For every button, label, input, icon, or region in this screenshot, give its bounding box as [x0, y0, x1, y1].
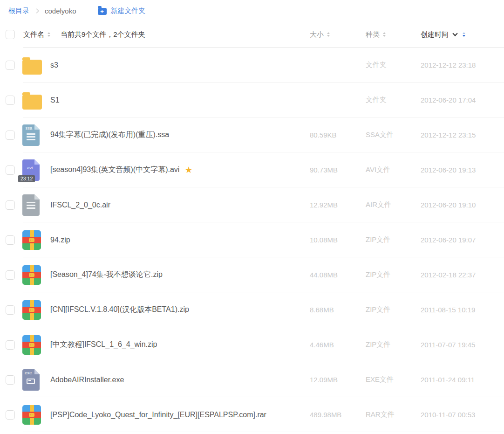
file-row[interactable]: s3 文件夹 2012-12-12 23:18 [0, 48, 504, 83]
file-name[interactable]: [CN][IFSCL.V.1.8.40](汉化版本BETA1).zip [50, 305, 189, 315]
column-header-name[interactable]: 文件名 [23, 30, 44, 39]
file-created: 2012-12-12 23:15 [421, 131, 504, 139]
file-size: 12.92MB [310, 201, 366, 209]
archive-buckle-glyph [29, 238, 34, 242]
file-row[interactable]: [PSP]Code_Lyoko_Quest_for_Infinity_[EUR]… [0, 397, 504, 432]
star-icon[interactable] [184, 165, 192, 174]
row-checkbox[interactable] [6, 270, 15, 280]
file-type: ZIP文件 [366, 270, 421, 279]
archive-strap-glyph [30, 230, 34, 237]
file-created: 2012-02-18 22:37 [421, 271, 504, 279]
file-size: 10.08MB [310, 236, 366, 244]
file-type: ZIP文件 [366, 340, 421, 349]
row-checkbox[interactable] [6, 61, 15, 70]
file-row[interactable]: exe AdobeAIRInstaller.exe 12.09MB EXE文件 … [0, 362, 504, 397]
file-name[interactable]: [season4]93集(英文音频)(中文字幕).avi [50, 165, 179, 175]
file-name[interactable]: IFSCL_2_0_0c.air [50, 201, 110, 209]
file-type-icon [22, 95, 42, 110]
new-folder-label: 新建文件夹 [111, 7, 146, 15]
file-type: AIR文件 [366, 200, 421, 209]
breadcrumb-root-link[interactable]: 根目录 [8, 7, 29, 15]
row-checkbox[interactable] [6, 340, 15, 350]
file-name[interactable]: [中文教程]IFSCL_1_6_4_win.zip [50, 340, 157, 350]
file-name[interactable]: 94集字幕(已完成)(发布用)(重压).ssa [50, 130, 169, 140]
file-type: ZIP文件 [366, 235, 421, 244]
select-all-checkbox[interactable] [6, 30, 15, 39]
file-name[interactable]: [PSP]Code_Lyoko_Quest_for_Infinity_[EUR]… [50, 411, 266, 419]
file-name[interactable]: S1 [50, 96, 60, 104]
file-created: 2011-07-07 19:45 [421, 341, 504, 349]
file-row[interactable]: ssa 94集字幕(已完成)(发布用)(重压).ssa 80.59KB SSA文… [0, 117, 504, 152]
sort-carets-created-icon[interactable] [463, 32, 465, 37]
table-header: 文件名 当前共9个文件，2个文件夹 大小 种类 创建时间 [0, 21, 504, 48]
breadcrumb: 根目录 codelyoko 新建文件夹 [0, 0, 504, 21]
file-row[interactable]: [Season_4]74集-我不想谈论它.zip 44.08MB ZIP文件 2… [0, 257, 504, 292]
file-created: 2010-11-07 00:53 [421, 411, 504, 419]
chevron-down-icon[interactable] [452, 31, 457, 36]
file-name[interactable]: [Season_4]74集-我不想谈论它.zip [50, 270, 163, 280]
file-type: AVI文件 [366, 165, 421, 174]
file-row[interactable]: [CN][IFSCL.V.1.8.40](汉化版本BETA1).zip 8.68… [0, 292, 504, 327]
archive-buckle-glyph [29, 308, 34, 312]
row-checkbox[interactable] [6, 235, 15, 245]
file-row[interactable]: 94.zip 10.08MB ZIP文件 2012-06-20 19:07 [0, 222, 504, 257]
file-name[interactable]: AdobeAIRInstaller.exe [50, 376, 124, 384]
file-type-icon [22, 230, 41, 250]
file-created: 2012-06-20 17:04 [421, 96, 504, 104]
file-type: RAR文件 [366, 410, 421, 419]
file-list: s3 文件夹 2012-12-12 23:18 [0, 48, 504, 432]
doc-lines-glyph [27, 202, 35, 203]
file-size: 80.59KB [310, 131, 366, 139]
row-checkbox[interactable] [6, 96, 15, 105]
file-row[interactable]: [中文教程]IFSCL_1_6_4_win.zip 4.46MB ZIP文件 2… [0, 327, 504, 362]
file-type: SSA文件 [366, 131, 421, 139]
file-type-icon [22, 265, 41, 285]
file-created: 2012-06-20 19:07 [421, 236, 504, 244]
file-ext-label: avi [22, 165, 40, 170]
file-type-icon [22, 194, 40, 216]
file-type-icon [22, 300, 41, 320]
column-header-size[interactable]: 大小 [310, 30, 324, 39]
file-manager-page: 根目录 codelyoko 新建文件夹 文件名 当前共9个文件，2个文件夹 大小… [0, 0, 504, 432]
archive-buckle-glyph [29, 413, 34, 417]
doc-lines-glyph [27, 133, 35, 135]
row-checkbox[interactable] [6, 410, 15, 420]
file-name[interactable]: s3 [50, 61, 58, 69]
file-type: ZIP文件 [366, 305, 421, 314]
row-checkbox[interactable] [6, 165, 15, 175]
file-type-icon [22, 405, 41, 425]
new-folder-button[interactable]: 新建文件夹 [98, 7, 146, 15]
row-checkbox[interactable] [6, 131, 15, 140]
sort-carets-size-icon[interactable] [327, 32, 330, 37]
column-header-type[interactable]: 种类 [366, 30, 380, 39]
file-created: 2011-08-15 10:19 [421, 306, 504, 314]
folder-plus-icon [98, 8, 107, 15]
row-checkbox[interactable] [6, 200, 15, 210]
file-created: 2012-06-20 19:10 [421, 201, 504, 209]
row-checkbox[interactable] [6, 375, 15, 385]
archive-strap-glyph [30, 335, 34, 342]
file-size: 489.98MB [310, 411, 366, 419]
sort-carets-name-icon[interactable] [48, 32, 50, 37]
file-size: 4.46MB [310, 341, 366, 349]
file-name[interactable]: 94.zip [50, 236, 70, 244]
file-row[interactable]: IFSCL_2_0_0c.air 12.92MB AIR文件 2012-06-2… [0, 187, 504, 222]
sort-carets-type-icon[interactable] [383, 32, 386, 37]
file-row[interactable]: S1 文件夹 2012-06-20 17:04 [0, 83, 504, 117]
file-size: 12.09MB [310, 376, 366, 384]
column-header-created[interactable]: 创建时间 [421, 30, 449, 39]
file-ext-label: exe [22, 371, 40, 375]
archive-strap-glyph [30, 265, 34, 272]
exe-window-glyph [27, 379, 35, 384]
select-all-cell [0, 30, 22, 39]
file-created: 2011-01-24 09:11 [421, 376, 504, 384]
chevron-right-icon [34, 8, 39, 13]
row-checkbox[interactable] [6, 305, 15, 315]
file-row[interactable]: avi 23:12 [season4]93集(英文音频)(中文字幕).avi 9… [0, 152, 504, 187]
file-created: 2012-12-12 23:18 [421, 61, 504, 69]
file-size: 44.08MB [310, 271, 366, 279]
archive-strap-glyph [30, 405, 34, 412]
file-type-icon [22, 335, 41, 355]
video-duration-badge: 23:12 [18, 175, 35, 182]
file-type-icon [22, 60, 42, 75]
